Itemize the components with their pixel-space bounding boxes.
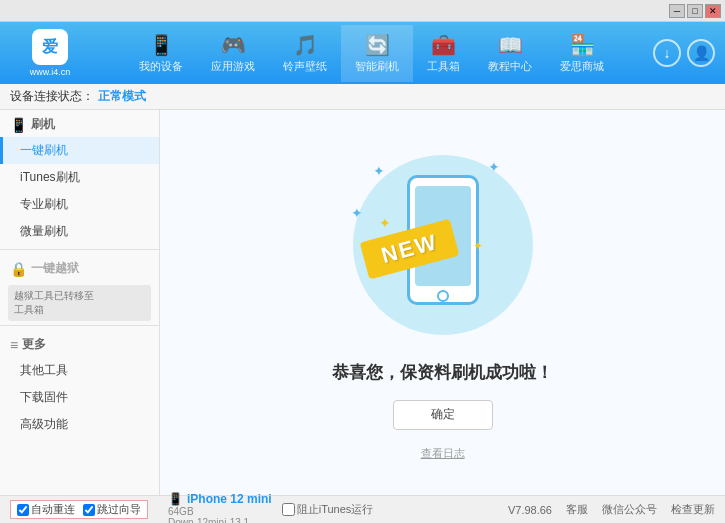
skip-guide-checkbox[interactable]: 跳过向导	[83, 502, 141, 517]
sidebar-item-advanced[interactable]: 高级功能	[0, 411, 159, 438]
bottom-bar: 自动重连 跳过向导 📱 iPhone 12 mini 64GB Down-12m…	[0, 495, 725, 523]
window-controls: ─ □ ✕	[669, 4, 721, 18]
stop-itunes-checkbox[interactable]	[282, 503, 295, 516]
sidebar-item-other-tools[interactable]: 其他工具	[0, 357, 159, 384]
new-star-left-icon: ✦	[379, 215, 391, 231]
stop-itunes[interactable]: 阻止iTunes运行	[282, 502, 374, 517]
auto-restart-input[interactable]	[17, 504, 29, 516]
confirm-button[interactable]: 确定	[393, 400, 493, 430]
view-log-link[interactable]: 查看日志	[421, 446, 465, 461]
nav-istore[interactable]: 🏪 爱思商城	[546, 25, 618, 82]
divider-1	[0, 249, 159, 250]
nav-smart-flash[interactable]: 🔄 智能刷机	[341, 25, 413, 82]
device-model: Down-12mini-13,1	[168, 517, 272, 524]
wechat-link[interactable]: 微信公众号	[602, 502, 657, 517]
device-phone-icon: 📱	[168, 492, 183, 506]
smart-flash-icon: 🔄	[365, 33, 390, 57]
nav-smart-flash-label: 智能刷机	[355, 59, 399, 74]
toolbox-icon: 🧰	[431, 33, 456, 57]
nav-apps-games-label: 应用游戏	[211, 59, 255, 74]
nav-my-device-label: 我的设备	[139, 59, 183, 74]
sparkle-2: ✦	[488, 159, 500, 175]
version-label: V7.98.66	[508, 504, 552, 516]
sidebar-section-flash: 📱 刷机	[0, 110, 159, 137]
more-section-label: 更多	[22, 336, 46, 353]
header: 爱 www.i4.cn 📱 我的设备 🎮 应用游戏 🎵 铃声壁纸 🔄 智能刷机 …	[0, 22, 725, 84]
flash-section-icon: 📱	[10, 117, 27, 133]
logo-url: www.i4.cn	[30, 67, 71, 77]
ringtones-icon: 🎵	[293, 33, 318, 57]
sidebar-item-micro-flash[interactable]: 微量刷机	[0, 218, 159, 245]
bottom-right: V7.98.66 客服 微信公众号 检查更新	[508, 502, 715, 517]
my-device-icon: 📱	[149, 33, 174, 57]
close-btn[interactable]: ✕	[705, 4, 721, 18]
logo-icon: 爱	[32, 29, 68, 65]
sidebar-item-one-click-flash[interactable]: 一键刷机	[0, 137, 159, 164]
sidebar-item-download-firmware[interactable]: 下载固件	[0, 384, 159, 411]
main-nav: 📱 我的设备 🎮 应用游戏 🎵 铃声壁纸 🔄 智能刷机 🧰 工具箱 📖 教程中心…	[90, 25, 653, 82]
checkbox-group: 自动重连 跳过向导	[10, 500, 148, 519]
nav-ringtones-label: 铃声壁纸	[283, 59, 327, 74]
sidebar-item-itunes-flash[interactable]: iTunes刷机	[0, 164, 159, 191]
sidebar-section-more: ≡ 更多	[0, 330, 159, 357]
jailbreak-note: 越狱工具已转移至 工具箱	[8, 285, 151, 321]
flash-section-label: 刷机	[31, 116, 55, 133]
logo[interactable]: 爱 www.i4.cn	[10, 29, 90, 77]
nav-tutorial[interactable]: 📖 教程中心	[474, 25, 546, 82]
jailbreak-section-label: 一键越狱	[31, 260, 79, 277]
minimize-btn[interactable]: ─	[669, 4, 685, 18]
sidebar-section-jailbreak: 🔒 一键越狱	[0, 254, 159, 281]
content-area: ✦ ✦ ✦ NEW ✦ ✦ 恭喜您，保资料刷机成功啦！ 确定 查看日志	[160, 110, 725, 495]
nav-tutorial-label: 教程中心	[488, 59, 532, 74]
device-info: 📱 iPhone 12 mini 64GB Down-12mini-13,1	[168, 492, 272, 524]
nav-apps-games[interactable]: 🎮 应用游戏	[197, 25, 269, 82]
skip-guide-input[interactable]	[83, 504, 95, 516]
istore-icon: 🏪	[570, 33, 595, 57]
sparkle-1: ✦	[373, 163, 385, 179]
nav-ringtones[interactable]: 🎵 铃声壁纸	[269, 25, 341, 82]
title-bar: ─ □ ✕	[0, 0, 725, 22]
more-section-icon: ≡	[10, 337, 18, 353]
check-update-link[interactable]: 检查更新	[671, 502, 715, 517]
status-value: 正常模式	[98, 88, 146, 105]
success-illustration: ✦ ✦ ✦ NEW ✦ ✦	[333, 145, 553, 345]
status-bar: 设备连接状态： 正常模式	[0, 84, 725, 110]
support-link[interactable]: 客服	[566, 502, 588, 517]
tutorial-icon: 📖	[498, 33, 523, 57]
header-right: ↓ 👤	[653, 39, 715, 67]
nav-istore-label: 爱思商城	[560, 59, 604, 74]
success-text: 恭喜您，保资料刷机成功啦！	[332, 361, 553, 384]
sidebar-item-pro-flash[interactable]: 专业刷机	[0, 191, 159, 218]
sparkle-3: ✦	[351, 205, 363, 221]
maximize-btn[interactable]: □	[687, 4, 703, 18]
divider-2	[0, 325, 159, 326]
apps-games-icon: 🎮	[221, 33, 246, 57]
phone-home-btn	[437, 290, 449, 302]
download-btn[interactable]: ↓	[653, 39, 681, 67]
nav-toolbox[interactable]: 🧰 工具箱	[413, 25, 474, 82]
new-star-right-icon: ✦	[473, 239, 483, 253]
sidebar: 📱 刷机 一键刷机 iTunes刷机 专业刷机 微量刷机 🔒 一键越狱 越狱工具…	[0, 110, 160, 495]
device-storage: 64GB	[168, 506, 272, 517]
lock-icon: 🔒	[10, 261, 27, 277]
main-layout: 📱 刷机 一键刷机 iTunes刷机 专业刷机 微量刷机 🔒 一键越狱 越狱工具…	[0, 110, 725, 495]
nav-toolbox-label: 工具箱	[427, 59, 460, 74]
nav-my-device[interactable]: 📱 我的设备	[125, 25, 197, 82]
status-label: 设备连接状态：	[10, 88, 94, 105]
device-name: 📱 iPhone 12 mini	[168, 492, 272, 506]
user-btn[interactable]: 👤	[687, 39, 715, 67]
auto-restart-checkbox[interactable]: 自动重连	[17, 502, 75, 517]
